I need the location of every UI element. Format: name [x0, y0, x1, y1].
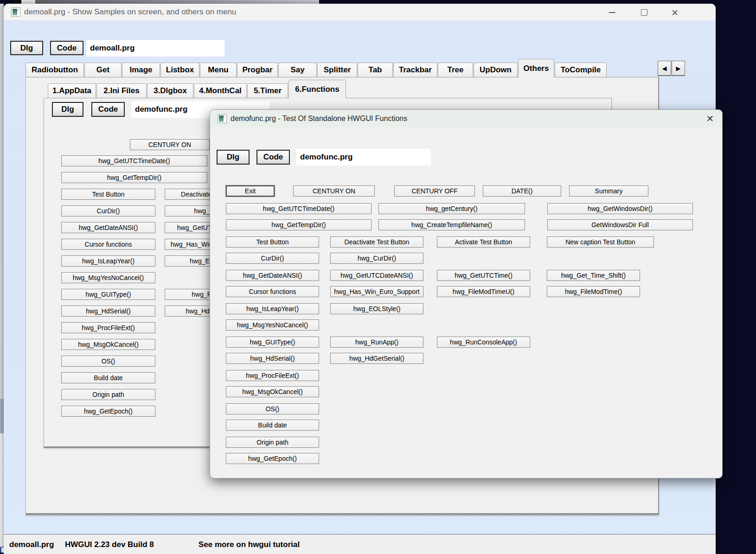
- subtab-appdata[interactable]: 1.AppData: [48, 83, 96, 98]
- function-button[interactable]: hwg_GetUTCDateANSI(): [330, 270, 423, 281]
- function-button[interactable]: hwg_GetEpoch(): [61, 406, 155, 417]
- minimize-button[interactable]: [604, 6, 620, 19]
- code-button[interactable]: Code: [256, 150, 290, 165]
- function-button[interactable]: hwg_GetDateANSI(): [61, 222, 155, 233]
- function-button[interactable]: hwg_MsgYesNoCancel(): [61, 272, 155, 283]
- tab-tab[interactable]: Tab: [358, 63, 393, 77]
- function-button[interactable]: hwg_FileModTimeU(): [437, 286, 530, 297]
- tab-progbar[interactable]: Progbar: [237, 63, 278, 77]
- tab-tocompile[interactable]: ToCompile: [555, 63, 607, 77]
- function-button[interactable]: hwg_RunConsoleApp(): [437, 337, 530, 348]
- tab-menu[interactable]: Menu: [200, 63, 237, 77]
- function-button[interactable]: hwg_GetEpoch(): [226, 453, 319, 464]
- app-icon: [11, 7, 20, 17]
- function-button[interactable]: Build date: [61, 372, 155, 383]
- minimize-icon: [609, 12, 615, 13]
- code-button[interactable]: Code: [91, 102, 125, 117]
- function-button[interactable]: OS(): [61, 356, 155, 367]
- close-button[interactable]: ✕: [667, 6, 683, 19]
- function-button[interactable]: hwg_MsgOkCancel(): [226, 386, 319, 397]
- summary-button[interactable]: Summary: [569, 185, 648, 197]
- tab-scroll-left-button[interactable]: ◀: [658, 61, 671, 76]
- tab-image[interactable]: Image: [122, 63, 160, 77]
- desktop-fragment: [0, 4, 4, 399]
- dlg-button[interactable]: Dlg: [52, 102, 83, 117]
- tab-splitter[interactable]: Splitter: [317, 63, 357, 77]
- tab-radiobutton[interactable]: Radiobutton: [26, 63, 84, 77]
- function-button[interactable]: New caption Test Button: [547, 236, 654, 248]
- subtab-dlgbox[interactable]: 3.Dlgbox: [147, 83, 193, 98]
- function-button[interactable]: hwg_EOLStyle(): [330, 303, 423, 314]
- function-button[interactable]: hwg_HdSerial(): [226, 353, 319, 364]
- function-button[interactable]: Build date: [226, 420, 319, 431]
- function-button[interactable]: hwg_FileModTime(): [547, 286, 640, 297]
- function-button[interactable]: hwg_CurDir(): [330, 253, 423, 264]
- file-name-input[interactable]: demoall.prg: [86, 40, 224, 57]
- function-button[interactable]: Activate Test Button: [437, 236, 530, 248]
- tab-get[interactable]: Get: [84, 63, 122, 77]
- function-button[interactable]: GetWindowsDir Full: [547, 219, 693, 230]
- function-button[interactable]: Cursor functions: [226, 286, 319, 297]
- function-button[interactable]: Origin path: [226, 437, 319, 448]
- maximize-button[interactable]: [636, 6, 652, 19]
- function-button[interactable]: CurDir(): [226, 253, 319, 264]
- dlg-button[interactable]: Dlg: [217, 150, 250, 165]
- function-button[interactable]: CurDir(): [61, 205, 155, 217]
- function-button[interactable]: hwg_getCentury(): [378, 203, 525, 214]
- century-on-button[interactable]: CENTURY ON: [293, 185, 375, 197]
- function-button[interactable]: hwg_MsgOkCancel(): [61, 339, 155, 350]
- date-button[interactable]: DATE(): [483, 185, 561, 197]
- function-button[interactable]: hwg_GUIType(): [226, 337, 319, 348]
- subtab-functions[interactable]: 6.Functions: [288, 80, 346, 98]
- arrow-left-icon: ◀: [662, 65, 667, 72]
- function-button[interactable]: hwg_RunApp(): [330, 337, 423, 348]
- century-off-button[interactable]: CENTURY OFF: [394, 185, 475, 197]
- exit-button[interactable]: Exit: [226, 185, 275, 197]
- function-button[interactable]: Test Button: [226, 236, 319, 248]
- function-button[interactable]: Deactivate Test Button: [330, 236, 423, 248]
- function-button[interactable]: hwg_IsLeapYear(): [61, 255, 155, 267]
- century-on-button[interactable]: CENTURY ON: [130, 139, 210, 150]
- desktop-fragment: [0, 433, 4, 547]
- tab-listbox[interactable]: Listbox: [160, 63, 199, 77]
- function-button[interactable]: hwg_ProcFileExt(): [226, 370, 319, 381]
- function-button[interactable]: hwg_GUIType(): [61, 289, 155, 300]
- titlebar: demoall.prg - Show Samples on screen, an…: [4, 4, 716, 20]
- function-button[interactable]: hwg_GetUTCTimeDate(): [61, 155, 207, 166]
- window-title: demoall.prg - Show Samples on screen, an…: [24, 4, 236, 20]
- function-button[interactable]: hwg_GetTempDir(): [61, 172, 207, 183]
- function-button[interactable]: OS(): [226, 403, 319, 414]
- arrow-right-icon: ▶: [676, 65, 681, 72]
- function-button[interactable]: hwg_GetTempDir(): [226, 219, 372, 230]
- tab-scroll-right-button[interactable]: ▶: [672, 61, 685, 76]
- dlg-button[interactable]: Dlg: [10, 41, 43, 55]
- function-button[interactable]: Origin path: [61, 389, 155, 400]
- function-button[interactable]: Cursor functions: [61, 239, 155, 250]
- tab-trackbar[interactable]: Trackbar: [393, 63, 437, 77]
- tab-others[interactable]: Others: [518, 59, 554, 77]
- subtab-inifiles[interactable]: 2.Ini Files: [96, 83, 147, 98]
- file-name-input[interactable]: demofunc.prg: [296, 149, 431, 166]
- function-button[interactable]: hwg_MsgYesNoCancel(): [226, 319, 319, 331]
- function-button[interactable]: hwg_Has_Win_Euro_Support: [330, 286, 423, 297]
- function-button[interactable]: hwg_GetDateANSI(): [226, 270, 319, 281]
- function-button[interactable]: hwg_GetUTCTime(): [437, 270, 530, 281]
- tab-say[interactable]: Say: [278, 63, 317, 77]
- desktop-fragment: [21, 0, 35, 4]
- function-button[interactable]: hwg_ProcFileExt(): [61, 322, 155, 333]
- subtab-timer[interactable]: 5.Timer: [247, 83, 288, 98]
- subtab-monthcal[interactable]: 4.MonthCal: [194, 83, 247, 98]
- function-button[interactable]: hwg_HdGetSerial(): [330, 353, 423, 364]
- function-button[interactable]: hwg_GetWindowsDir(): [547, 203, 693, 214]
- function-button[interactable]: hwg_HdSerial(): [61, 306, 155, 317]
- function-button[interactable]: hwg_GetUTCTimeDate(): [226, 203, 372, 214]
- code-button[interactable]: Code: [50, 41, 83, 55]
- function-button[interactable]: Test Button: [61, 189, 155, 200]
- tab-updown[interactable]: UpDown: [474, 63, 518, 77]
- function-button[interactable]: hwg_CreateTempfileName(): [378, 219, 525, 230]
- status-bar: demoall.prg HWGUI 2.23 dev Build 8 See m…: [4, 534, 716, 554]
- tab-tree[interactable]: Tree: [438, 63, 473, 77]
- function-button[interactable]: hwg_IsLeapYear(): [226, 303, 319, 314]
- dialog-close-button[interactable]: ✕: [702, 113, 718, 125]
- function-button[interactable]: hwg_Get_Time_Shift(): [547, 270, 640, 281]
